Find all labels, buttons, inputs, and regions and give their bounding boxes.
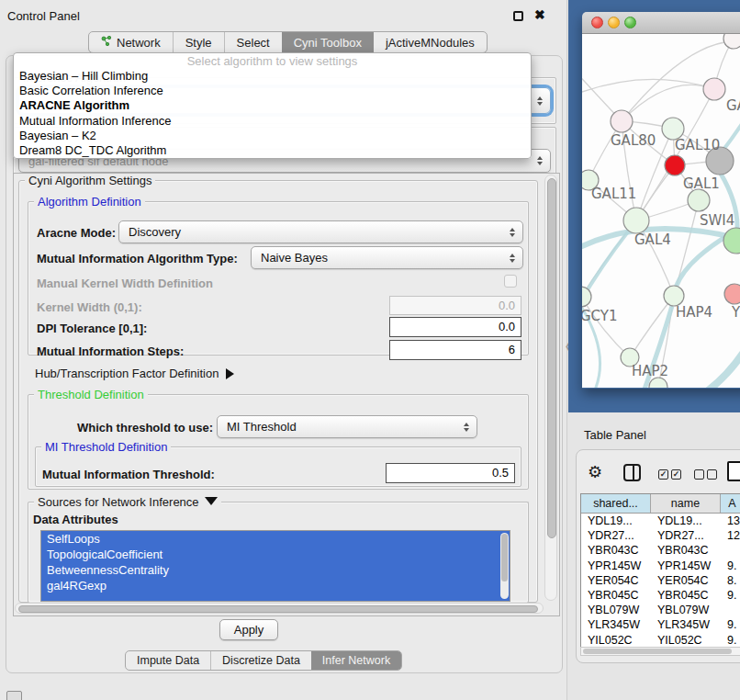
network-edge-highlighted[interactable] <box>703 346 740 388</box>
table-cell[interactable]: 9. <box>721 559 740 573</box>
zoom-window-button[interactable] <box>624 17 636 28</box>
network-node-node-top[interactable] <box>723 34 740 49</box>
attribute-list-item[interactable]: BetweennessCentrality <box>41 562 510 578</box>
list-item-partial[interactable] <box>41 593 510 602</box>
table-cell[interactable]: YBL079W <box>651 603 721 617</box>
attributes-list-scrollbar[interactable] <box>500 533 509 599</box>
minimize-window-button[interactable] <box>608 17 620 28</box>
table-cell[interactable]: YBR045C <box>651 588 721 603</box>
algorithm-option[interactable]: ARACNE Algorithm <box>14 98 531 113</box>
mi-threshold-field[interactable]: 0.5 <box>386 463 515 483</box>
float-window-icon[interactable] <box>513 11 523 21</box>
aracne-mode-combo[interactable]: Discovery <box>118 220 523 243</box>
table-row[interactable]: YPR145WYPR145W9. <box>581 559 740 573</box>
settings-vertical-scrollbar[interactable] <box>544 175 557 601</box>
attribute-list-item[interactable]: TopologicalCoefficient <box>41 547 510 562</box>
table-cell[interactable]: 12 <box>721 528 740 543</box>
network-node-GAL1[interactable] <box>688 189 710 211</box>
table-cell[interactable]: YER054C <box>581 573 651 588</box>
table-cell[interactable]: 8. <box>721 573 740 588</box>
network-node-node-red[interactable] <box>665 155 685 175</box>
table-cell[interactable] <box>721 603 740 617</box>
network-canvas[interactable]: GALGAL80GAL10GAL1GAL11SWI4GAL4HAP4YGCY1H… <box>582 34 740 388</box>
table-row[interactable]: YDL19...YDL19...13 <box>581 514 740 528</box>
select-all-checkbox-icon[interactable]: ✓ <box>671 469 681 480</box>
network-node-GAL4[interactable] <box>623 208 649 233</box>
table-cell[interactable]: YDL19... <box>581 514 651 528</box>
table-row[interactable]: YLR345WYLR345W9. <box>581 617 740 632</box>
table-horizontal-scrollbar[interactable] <box>580 647 740 656</box>
dpi-tolerance-field[interactable]: 0.0 <box>389 317 521 337</box>
which-threshold-combo[interactable]: MI Threshold <box>217 415 477 438</box>
tab-infer-network[interactable]: Infer Network <box>311 651 401 670</box>
network-edge-highlighted[interactable] <box>723 119 740 151</box>
table-cell[interactable]: YIL052C <box>651 633 721 648</box>
close-window-icon[interactable]: ✖ <box>534 7 545 22</box>
sources-group-title[interactable]: Sources for Network Inference <box>34 495 221 509</box>
algorithm-option[interactable]: Bayesian – K2 <box>14 129 531 143</box>
close-window-button[interactable] <box>591 17 603 28</box>
table-cell[interactable]: YBR045C <box>581 588 651 603</box>
tab-cyni-toolbox[interactable]: Cyni Toolbox <box>282 32 374 52</box>
minimized-panel-icon[interactable] <box>6 691 22 700</box>
data-attributes-list[interactable]: SelfLoopsTopologicalCoefficientBetweenne… <box>40 530 510 602</box>
algorithm-option[interactable]: Basic Correlation Inference <box>14 84 531 98</box>
tab-discretize-data[interactable]: Discretize Data <box>210 651 311 670</box>
table-cell[interactable]: YLR345W <box>651 617 721 632</box>
algorithm-option[interactable]: Mutual Information Inference <box>14 114 531 129</box>
network-node-node-pink-top[interactable] <box>703 78 725 100</box>
table-cell[interactable]: 9. <box>721 588 740 603</box>
table-row[interactable]: YBR043CYBR043C <box>581 543 740 558</box>
table-cell[interactable]: YDR27... <box>651 528 721 543</box>
table-cell[interactable]: YBL079W <box>581 603 651 617</box>
page-icon[interactable] <box>727 461 740 481</box>
table-cell[interactable]: YDR27... <box>581 528 651 543</box>
tab-network[interactable]: Network <box>89 32 173 52</box>
mi-type-combo[interactable]: Naive Bayes <box>251 246 523 269</box>
table-cell[interactable]: 9. <box>721 617 740 632</box>
table-cell[interactable]: YLR345W <box>581 617 651 632</box>
network-window-titlebar[interactable] <box>582 12 740 34</box>
select-all-checkbox-icon[interactable]: ✓ <box>658 469 668 480</box>
tab-style[interactable]: Style <box>173 32 224 52</box>
network-node-GCY1[interactable] <box>582 287 591 307</box>
table-cell[interactable]: YBR043C <box>581 543 651 558</box>
deselect-all-checkbox-icon[interactable] <box>694 469 704 480</box>
gear-icon[interactable]: ⚙ <box>588 462 602 481</box>
table-cell[interactable]: 9. <box>721 633 740 648</box>
attribute-list-item[interactable]: gal4RGexp <box>41 578 510 593</box>
network-edge[interactable] <box>582 297 630 357</box>
network-node-SWI4[interactable] <box>723 228 740 254</box>
table-row[interactable]: YER054CYER054C8. <box>581 573 740 588</box>
table-row[interactable]: YIL052CYIL052C9. <box>581 633 740 648</box>
kernel-width-field[interactable]: 0.0 <box>389 296 521 315</box>
tab-impute-data[interactable]: Impute Data <box>126 651 210 670</box>
column-header-shared-name[interactable]: shared... <box>581 494 651 513</box>
column-header-name[interactable]: name <box>651 494 721 513</box>
column-layout-icon[interactable] <box>623 464 641 481</box>
manual-kernel-checkbox[interactable] <box>504 275 517 288</box>
network-node-HAP4[interactable] <box>664 286 684 306</box>
column-header-partial[interactable]: A <box>721 494 740 513</box>
settings-horizontal-scrollbar[interactable] <box>15 603 544 614</box>
tab-select[interactable]: Select <box>224 32 282 52</box>
mi-steps-field[interactable]: 6 <box>389 340 521 360</box>
hub-definition-toggle[interactable]: Hub/Transcription Factor Definition <box>35 367 234 380</box>
table-cell[interactable] <box>721 543 740 558</box>
table-cell[interactable]: YBR043C <box>651 543 721 558</box>
tab-jactivemnodules[interactable]: jActiveMNodules <box>374 32 487 52</box>
table-row[interactable]: YDR27...YDR27...12 <box>581 528 740 543</box>
table-cell[interactable]: YER054C <box>651 573 721 588</box>
table-cell[interactable]: YPR145W <box>581 559 651 573</box>
table-row[interactable]: YBL079WYBL079W <box>581 603 740 617</box>
network-node-GAL80[interactable] <box>611 110 633 132</box>
apply-button[interactable]: Apply <box>219 619 278 640</box>
attribute-list-item[interactable]: SelfLoops <box>41 531 510 547</box>
table-cell[interactable]: YDL19... <box>651 514 721 528</box>
deselect-all-checkbox-icon[interactable] <box>707 469 717 480</box>
algorithm-option[interactable]: Dream8 DC_TDC Algorithm <box>14 143 531 158</box>
network-node-node-salmon[interactable] <box>724 284 740 304</box>
network-edge[interactable] <box>582 79 714 95</box>
table-row[interactable]: YBR045CYBR045C9. <box>581 588 740 603</box>
table-cell[interactable]: YPR145W <box>651 559 721 573</box>
